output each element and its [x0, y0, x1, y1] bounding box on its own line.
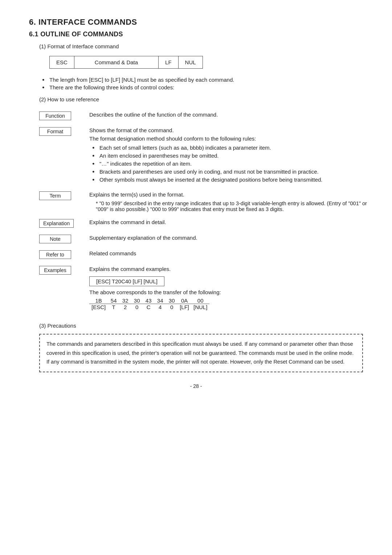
cmd-data-cell: Command & Data: [74, 56, 158, 69]
sub-bullet-item-1-3: Brackets and parentheses are used only i…: [89, 169, 373, 175]
ref-label-2: Term: [39, 189, 83, 216]
hex-val-1: 54: [108, 297, 119, 304]
ref-main-desc-2: Explains the term(s) used in the format.: [89, 191, 373, 198]
ref-row-3: ExplanationExplains the command in detai…: [39, 216, 373, 232]
ref-label-4: Note: [39, 232, 83, 248]
ref-main-desc-4: Supplementary explanation of the command…: [89, 235, 373, 241]
hex-label-2: 2: [119, 304, 131, 311]
hex-label-7: [LF]: [177, 304, 191, 311]
box-label-4: Note: [39, 235, 71, 243]
ref-main-desc-6: Explains the command examples.: [89, 266, 373, 272]
hex-val-5: 34: [154, 297, 166, 304]
box-label-2: Term: [39, 191, 71, 200]
hex-label-5: 4: [154, 304, 166, 311]
page-number: - 28 -: [29, 383, 363, 389]
item1-label: (1) Format of Interface command: [39, 43, 363, 49]
hex-values-row: 1B5432304334300A00: [89, 297, 209, 304]
lf-cell: LF: [159, 56, 179, 69]
precaution-text: The commands and parameters described in…: [46, 341, 354, 365]
hex-val-8: 00: [191, 297, 209, 304]
hex-val-6: 30: [166, 297, 177, 304]
sub-bullet-item-1-2: "…" indicates the repetition of an item.: [89, 161, 373, 167]
sub-bullet-item-1-1: An item enclosed in parentheses may be o…: [89, 153, 373, 159]
nul-cell: NUL: [178, 56, 203, 69]
ref-label-3: Explanation: [39, 216, 83, 232]
hex-val-0: 1B: [89, 297, 108, 304]
box-label-6: Examples: [39, 266, 71, 275]
reference-table: FunctionDescribes the outline of the fun…: [39, 109, 373, 316]
hex-labels-row: [ESC]T20C40[LF][NUL]: [89, 304, 209, 311]
section-heading: 6.1 OUTLINE OF COMMANDS: [29, 31, 363, 38]
sub-bullet-item-1-4: Other symbols must always be inserted at…: [89, 177, 373, 183]
hex-label-0: [ESC]: [89, 304, 108, 311]
ref-row-5: Refer toRelated commands: [39, 248, 373, 263]
item2-label: (2) How to use reference: [39, 96, 363, 102]
hex-val-7: 0A: [177, 297, 191, 304]
hex-val-3: 30: [131, 297, 143, 304]
hex-label-1: T: [108, 304, 119, 311]
hex-table-6: 1B5432304334300A00[ESC]T20C40[LF][NUL]: [89, 297, 209, 310]
ref-desc-5: Related commands: [83, 248, 373, 263]
bullet-list-1: The length from [ESC] to [LF] [NUL] must…: [39, 77, 363, 90]
command-data-table: ESC Command & Data LF NUL: [49, 56, 203, 69]
page-title: 6. INTERFACE COMMANDS: [29, 17, 363, 27]
box-label-1: Format: [39, 127, 71, 136]
ref-label-6: Examples: [39, 263, 83, 316]
hex-label-8: [NUL]: [191, 304, 209, 311]
box-label-3: Explanation: [39, 219, 74, 228]
ref-row-0: FunctionDescribes the outline of the fun…: [39, 109, 373, 125]
ref-desc-2: Explains the term(s) used in the format.…: [83, 189, 373, 216]
hex-label-4: C: [143, 304, 154, 311]
ref-label-0: Function: [39, 109, 83, 125]
transfer-intro-6: The above corresponds to the transfer of…: [89, 289, 373, 295]
bullet-item-1: The length from [ESC] to [LF] [NUL] must…: [39, 77, 363, 83]
ref-row-2: TermExplains the term(s) used in the for…: [39, 189, 373, 216]
item3-label: (3) Precautions: [39, 323, 363, 329]
esc-cell: ESC: [50, 56, 74, 69]
ref-desc-4: Supplementary explanation of the command…: [83, 232, 373, 248]
ref-main-desc-3: Explains the command in detail.: [89, 219, 373, 225]
ref-desc-1: Shows the format of the command.The form…: [83, 125, 373, 189]
ref-main-desc-0: Describes the outline of the function of…: [89, 112, 373, 118]
sub-bullet-list-1: Each set of small letters (such as aa, b…: [89, 145, 373, 183]
ref-row-6: ExamplesExplains the command examples.[E…: [39, 263, 373, 316]
ref-row-1: FormatShows the format of the command.Th…: [39, 125, 373, 189]
hex-label-3: 0: [131, 304, 143, 311]
ref-desc-0: Describes the outline of the function of…: [83, 109, 373, 125]
sub-bullet-item-1-0: Each set of small letters (such as aa, b…: [89, 145, 373, 151]
ref-main-desc-5: Related commands: [89, 250, 373, 256]
code-box-6: [ESC] T20C40 [LF] [NUL]: [89, 276, 164, 286]
hex-val-4: 43: [143, 297, 154, 304]
precautions-box: The commands and parameters described in…: [39, 334, 363, 372]
hex-label-6: 0: [166, 304, 177, 311]
ref-label-1: Format: [39, 125, 83, 189]
ref-desc-6: Explains the command examples.[ESC] T20C…: [83, 263, 373, 316]
bullet-item-2: There are the following three kinds of c…: [39, 84, 363, 90]
ref-main-desc-1: Shows the format of the command.: [89, 127, 373, 133]
box-label-5: Refer to: [39, 250, 71, 259]
box-label-0: Function: [39, 112, 71, 120]
ref-desc-3: Explains the command in detail.: [83, 216, 373, 232]
hex-val-2: 32: [119, 297, 131, 304]
sub-intro-1: The format designation method should con…: [89, 135, 373, 142]
ref-row-4: NoteSupplementary explanation of the com…: [39, 232, 373, 248]
ref-label-5: Refer to: [39, 248, 83, 263]
note-2: * "0 to 999" described in the entry rang…: [89, 200, 373, 212]
